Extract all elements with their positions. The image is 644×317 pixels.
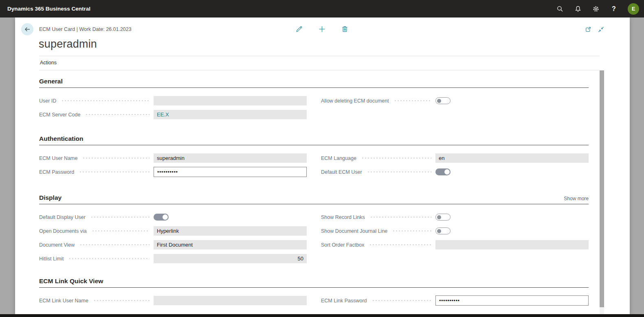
- card-toolbar: [295, 25, 349, 33]
- allow-deleting-toggle[interactable]: [435, 97, 451, 104]
- dotted-leader: [61, 100, 149, 101]
- edit-pencil-icon[interactable]: [295, 25, 303, 33]
- ecm-link-right-column: ECM Link Password: [321, 296, 589, 310]
- ecm-link-password-input[interactable]: [435, 295, 589, 306]
- actions-menu[interactable]: Actions: [40, 60, 57, 66]
- field-row-ecm-server-code: ECM Server Code EE.X: [39, 110, 307, 119]
- user-avatar[interactable]: E: [628, 3, 639, 15]
- field-label: Default Display User: [39, 214, 86, 220]
- notifications-bell-icon[interactable]: [574, 5, 582, 13]
- section-authentication-header: Authentication: [39, 135, 589, 145]
- field-row-document-view: Document View First Document: [39, 240, 307, 249]
- dotted-leader: [90, 216, 149, 218]
- bottom-bar: [0, 314, 644, 317]
- show-record-links-toggle[interactable]: [435, 214, 451, 221]
- field-label: ECM User Name: [39, 155, 77, 161]
- field-row-open-documents-via: Open Documents via Hyperlink: [39, 226, 307, 236]
- field-row-ecm-language: ECM Language en: [321, 153, 589, 163]
- section-general: General User ID ECM Server Code EE.X: [39, 78, 589, 124]
- show-more-link[interactable]: Show more: [564, 196, 589, 201]
- field-row-ecm-password: ECM Password: [39, 167, 307, 177]
- page-title: superadmin: [39, 38, 97, 50]
- settings-gear-icon[interactable]: [592, 5, 600, 13]
- authentication-left-column: ECM User Name superadmin ECM Password: [39, 153, 307, 181]
- field-row-ecm-link-password: ECM Link Password: [321, 296, 589, 305]
- field-label: ECM Password: [39, 169, 74, 175]
- dotted-leader: [392, 230, 431, 232]
- field-label: User ID: [39, 98, 56, 104]
- window-controls: [585, 26, 605, 34]
- ecm-server-code-field[interactable]: EE.X: [154, 110, 307, 119]
- section-title: General: [39, 78, 63, 85]
- show-document-journal-line-toggle[interactable]: [435, 227, 451, 234]
- section-ecm-link-quick-view: ECM Link Quick View ECM Link User Name E…: [39, 278, 589, 310]
- field-label: Sort Order Factbox: [321, 242, 364, 248]
- field-row-default-ecm-user: Default ECM User: [321, 167, 589, 177]
- field-row-allow-deleting: Allow deleting ECM document: [321, 96, 589, 105]
- section-title: Display: [39, 194, 62, 201]
- open-in-new-window-icon[interactable]: [585, 26, 592, 34]
- general-right-column: Allow deleting ECM document: [321, 96, 589, 110]
- document-view-field[interactable]: First Document: [154, 240, 307, 249]
- field-label: Show Document Journal Line: [321, 228, 387, 234]
- authentication-right-column: ECM Language en Default ECM User: [321, 153, 589, 181]
- field-row-default-display-user: Default Display User: [39, 212, 307, 222]
- collapse-window-icon[interactable]: [598, 26, 605, 34]
- field-row-sort-order-factbox: Sort Order Factbox: [321, 240, 589, 249]
- new-plus-icon[interactable]: [318, 25, 326, 33]
- ecm-user-name-field[interactable]: superadmin: [154, 153, 307, 163]
- dotted-leader: [85, 114, 149, 115]
- section-display-header: Display Show more: [39, 194, 589, 204]
- dotted-leader: [68, 258, 149, 259]
- back-button[interactable]: [21, 23, 33, 35]
- field-label: Open Documents via: [39, 228, 87, 234]
- field-row-ecm-link-user-name: ECM Link User Name: [39, 296, 307, 305]
- dotted-leader: [79, 244, 149, 245]
- app-title: Dynamics 365 Business Central: [7, 6, 90, 12]
- sort-order-factbox-field[interactable]: [435, 240, 589, 249]
- user-id-field[interactable]: [154, 96, 307, 105]
- field-label: ECM Server Code: [39, 112, 80, 118]
- general-left-column: User ID ECM Server Code EE.X: [39, 96, 307, 124]
- section-title: ECM Link Quick View: [39, 278, 103, 284]
- field-label: ECM Language: [321, 155, 356, 161]
- breadcrumb: ECM User Card | Work Date: 26.01.2023: [39, 26, 132, 32]
- field-row-hitlist-limit: Hitlist Limit 50: [39, 254, 307, 263]
- section-general-header: General: [39, 78, 589, 88]
- ecm-language-field[interactable]: en: [435, 153, 589, 163]
- section-authentication: Authentication ECM User Name superadmin …: [39, 135, 589, 181]
- display-right-column: Show Record Links Show Document Journal …: [321, 212, 589, 254]
- open-documents-via-field[interactable]: Hyperlink: [154, 226, 307, 236]
- dotted-leader: [93, 300, 149, 301]
- display-left-column: Default Display User Open Documents via …: [39, 212, 307, 268]
- section-display: Display Show more Default Display User O…: [39, 194, 589, 268]
- field-row-show-record-links: Show Record Links: [321, 212, 589, 222]
- section-title: Authentication: [39, 135, 84, 142]
- help-icon[interactable]: ?: [610, 5, 618, 13]
- ecm-link-user-name-field[interactable]: [154, 296, 307, 305]
- dotted-leader: [92, 230, 149, 232]
- dotted-leader: [79, 171, 149, 173]
- hitlist-limit-field[interactable]: 50: [154, 254, 307, 263]
- default-ecm-user-toggle[interactable]: [435, 168, 451, 175]
- dotted-leader: [372, 300, 431, 301]
- dotted-leader: [82, 157, 149, 159]
- search-icon[interactable]: [556, 5, 564, 13]
- topbar: Dynamics 365 Business Central ? E: [0, 0, 644, 17]
- title-divider: [39, 56, 600, 56]
- dotted-leader: [361, 157, 431, 159]
- field-label: Document View: [39, 242, 75, 248]
- field-label: Show Record Links: [321, 214, 365, 220]
- field-label: Allow deleting ECM document: [321, 98, 389, 104]
- field-label: Default ECM User: [321, 169, 362, 175]
- default-display-user-toggle[interactable]: [154, 214, 169, 221]
- back-arrow-icon: [24, 26, 31, 33]
- field-row-ecm-user-name: ECM User Name superadmin: [39, 153, 307, 163]
- scrollbar-thumb[interactable]: [600, 70, 604, 307]
- card-scrollbar[interactable]: [600, 70, 604, 314]
- delete-trash-icon[interactable]: [341, 25, 349, 33]
- field-label: ECM Link Password: [321, 298, 367, 304]
- ecm-password-input[interactable]: [154, 167, 307, 177]
- card-content: General User ID ECM Server Code EE.X: [39, 70, 589, 310]
- field-row-show-document-journal-line: Show Document Journal Line: [321, 226, 589, 236]
